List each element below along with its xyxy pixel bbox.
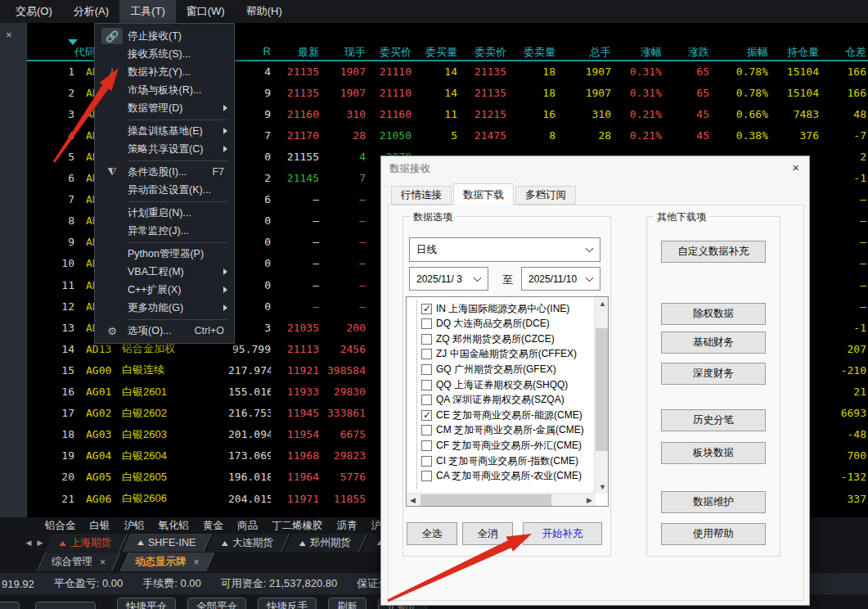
market-tab-大连期货[interactable]: 大连期货: [206, 534, 290, 552]
column-header-chg[interactable]: 涨跌: [662, 45, 709, 60]
menu-item[interactable]: 数据管理(D): [95, 99, 234, 117]
menu-item[interactable]: 🔗 停止接收(T): [95, 27, 234, 45]
category-link-商品[interactable]: 商品: [237, 519, 258, 534]
exchange-item[interactable]: GQ 广州期货交易所(GFEX): [421, 362, 556, 377]
exchange-item[interactable]: IN 上海国际能源交易中心(INE): [421, 301, 569, 316]
category-link-白银[interactable]: 白银: [90, 519, 110, 534]
checkbox[interactable]: [421, 380, 432, 390]
tab-scroll-right-icon[interactable]: ▶: [34, 536, 46, 549]
category-link-黄金[interactable]: 黄金: [203, 519, 223, 534]
scroll-left-icon[interactable]: ◀: [410, 496, 416, 504]
dialog-button-使用帮助[interactable]: 使用帮助: [661, 523, 766, 545]
menu-item[interactable]: ⚙选项(O)...Ctrl+O: [95, 322, 234, 340]
menu-item[interactable]: 接收系统(S)...: [95, 45, 234, 63]
column-header-bid[interactable]: 委买价: [366, 45, 412, 60]
dialog-button-除权数据[interactable]: 除权数据: [661, 303, 766, 325]
action-button-快捷平仓[interactable]: 快捷平仓: [117, 598, 176, 609]
checkbox[interactable]: [421, 334, 432, 345]
exchange-item[interactable]: ZJ 中国金融期货交易所(CFFEX): [421, 347, 577, 362]
column-header-oi[interactable]: 持仓量: [768, 45, 819, 60]
dialog-button-自定义数据补充[interactable]: 自定义数据补充: [661, 241, 766, 263]
column-header-ask[interactable]: 委卖价: [457, 45, 506, 60]
category-link-氧化铝[interactable]: 氧化铝: [159, 519, 190, 534]
checkbox[interactable]: [421, 349, 432, 359]
exchange-item[interactable]: CE 芝加哥商业交易所-能源(CME): [421, 408, 582, 422]
menubar-item-帮助(H)[interactable]: 帮助(H): [236, 0, 293, 23]
page-tab-综合管理[interactable]: 综合管理×: [37, 553, 120, 571]
menu-item[interactable]: VBA工程(M): [95, 263, 234, 281]
menu-item[interactable]: 计划重启(N)...: [95, 204, 234, 222]
exchange-item[interactable]: DQ 大连商品交易所(DCE): [421, 317, 550, 332]
exchange-item[interactable]: CI 芝加哥商业交易所-指数(CME): [421, 453, 578, 468]
category-link-沪铝[interactable]: 沪铝: [124, 519, 145, 534]
action-button-刷新[interactable]: 刷新: [328, 598, 367, 609]
checkbox[interactable]: [421, 440, 432, 451]
column-header-oid[interactable]: 仓差: [819, 45, 866, 60]
dialog-close-icon[interactable]: ×: [792, 160, 799, 174]
category-link-铝合金[interactable]: 铝合金: [45, 519, 76, 534]
column-header-num[interactable]: [58, 45, 74, 60]
category-link-丁二烯橡胶[interactable]: 丁二烯橡胶: [272, 519, 323, 534]
menu-item[interactable]: 异常监控(J)...: [95, 222, 234, 240]
dialog-button-数据维护[interactable]: 数据维护: [661, 491, 766, 513]
checkbox[interactable]: [421, 425, 432, 435]
checkbox[interactable]: [421, 471, 432, 481]
menu-item[interactable]: 操盘训练基地(E): [95, 122, 234, 140]
exchange-item[interactable]: CA 芝加哥商业交易所-农业(CME): [421, 469, 582, 484]
column-header-last[interactable]: 最新: [271, 45, 319, 60]
checkbox[interactable]: [421, 456, 432, 467]
start-download-button[interactable]: 开始补充: [523, 522, 602, 545]
dialog-button-历史分笔[interactable]: 历史分笔: [661, 409, 766, 431]
select-all-button[interactable]: 全选: [407, 522, 457, 545]
scroll-right-icon[interactable]: ▶: [587, 496, 592, 504]
menu-item[interactable]: ⧨条件选股(I)...F7: [95, 163, 234, 181]
menu-item[interactable]: 更多功能(G): [95, 299, 234, 317]
dialog-button-板块数据[interactable]: 板块数据: [661, 442, 766, 464]
action-button-快捷反手[interactable]: 快捷反手: [258, 598, 317, 609]
category-link-沥青[interactable]: 沥青: [337, 519, 358, 534]
close-panel-icon[interactable]: ×: [6, 29, 12, 40]
menubar-item-分析(A)[interactable]: 分析(A): [63, 0, 119, 23]
clear-all-button[interactable]: 全消: [462, 522, 513, 545]
menubar-item-交易(O)[interactable]: 交易(O): [5, 0, 63, 23]
menu-item[interactable]: C++扩展(X): [95, 281, 234, 299]
checkbox[interactable]: [421, 364, 432, 375]
scroll-down-icon[interactable]: ▼: [599, 483, 606, 491]
tab-scroll-left-icon[interactable]: ◀: [23, 536, 34, 549]
column-header-amp[interactable]: 振幅: [709, 45, 768, 60]
exchange-item[interactable]: QQ 上海证券期权交易(SHQQ): [421, 377, 568, 392]
menu-item[interactable]: 市场与板块(R)...: [95, 81, 234, 99]
cut-button[interactable]: [0, 602, 20, 609]
menubar-item-工具(T)[interactable]: 工具(T): [119, 0, 176, 23]
period-select[interactable]: 日线: [409, 237, 600, 262]
action-button-全部平仓[interactable]: 全部平仓: [187, 598, 246, 609]
column-header-vol[interactable]: 现手: [319, 45, 366, 60]
scroll-up-icon[interactable]: ▲: [599, 300, 606, 308]
market-tab-上海期货[interactable]: 上海期货: [44, 534, 128, 552]
column-header-total[interactable]: 总手: [555, 45, 611, 60]
column-header-bidv[interactable]: 委买量: [412, 45, 457, 60]
dialog-tab-多档订阅[interactable]: 多档订阅: [515, 186, 576, 205]
dialog-tab-数据下载[interactable]: 数据下载: [453, 183, 514, 205]
checkbox[interactable]: [421, 318, 432, 329]
market-tab-SHFE-INE[interactable]: SHFE-INE: [122, 534, 212, 552]
close-tab-icon[interactable]: ×: [194, 557, 200, 568]
checkbox-checked[interactable]: [421, 304, 432, 314]
column-header-pct[interactable]: 涨幅: [611, 45, 662, 60]
checkbox-checked[interactable]: [421, 410, 432, 421]
menu-item[interactable]: 策略共享设置(C): [95, 140, 234, 158]
dialog-button-基础财务[interactable]: 基础财务: [661, 332, 766, 354]
horizontal-scrollbar[interactable]: ◀ ▶: [407, 493, 596, 506]
menu-item[interactable]: 异动雷达设置(K)...: [95, 181, 234, 199]
checkbox[interactable]: [421, 395, 432, 405]
page-tab-动态显示牌[interactable]: 动态显示牌×: [120, 553, 214, 571]
exchange-item[interactable]: QA 深圳证券期权交易(SZQA): [421, 393, 564, 408]
scrollbar-thumb[interactable]: [421, 494, 551, 506]
dialog-button-深度财务[interactable]: 深度财务: [661, 363, 766, 385]
date-to-picker[interactable]: 2025/11/10: [521, 267, 600, 291]
market-tab-郑州期货[interactable]: 郑州期货: [284, 534, 367, 552]
scrollbar-thumb[interactable]: [596, 328, 608, 451]
date-from-picker[interactable]: 2025/11/ 3: [409, 267, 488, 291]
exchange-item[interactable]: ZQ 郑州期货交易所(CZCE): [421, 332, 555, 346]
menubar-item-窗口(W)[interactable]: 窗口(W): [176, 0, 236, 23]
